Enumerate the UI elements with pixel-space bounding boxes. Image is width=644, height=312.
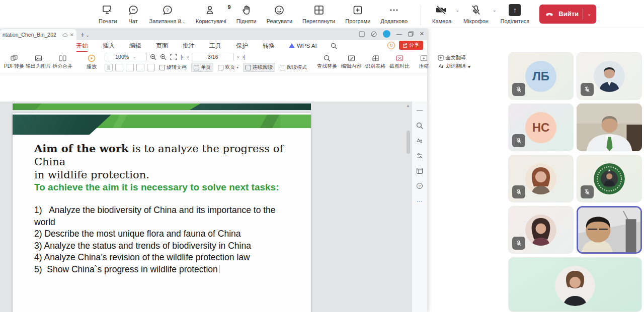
more-icon[interactable]: ··· [417,197,423,204]
ribbon-label: 编辑内容 [341,63,361,70]
edit-content-icon [348,55,355,62]
camera-toggle-button[interactable]: Камера [432,4,451,24]
account-avatar[interactable] [383,30,390,38]
participants-button[interactable]: 9 Користувачі [196,4,226,24]
participant-tile[interactable] [577,155,642,202]
menu-insert[interactable]: 插入 [102,41,115,51]
leave-button[interactable]: Вийти ⌄ [539,5,596,24]
menu-tools[interactable]: 工具 [209,41,222,51]
toolbar-label: Підняти [236,18,257,24]
next-page-button[interactable]: › [236,54,239,60]
layout-icon[interactable] [359,31,365,37]
play-button[interactable]: 播放 [80,52,103,72]
mic-muted-badge [512,185,525,198]
leave-options-chevron[interactable]: ⌄ [587,11,591,17]
react-button[interactable]: Реагувати [267,4,292,24]
minimize-button[interactable]: — [396,31,402,37]
fit-window-icon[interactable] [105,64,113,71]
restore-button[interactable] [408,31,414,37]
rotate-left-icon[interactable] [136,64,144,71]
participant-tile-video[interactable] [577,103,642,151]
prev-page-button[interactable]: ‹ [187,54,189,60]
rotate-doc-button[interactable]: 旋转文档 [157,63,189,71]
wps-ai-button[interactable]: WPS AI [289,43,317,49]
participant-tile-wide[interactable] [508,257,642,312]
settings-sliders-icon[interactable] [416,152,423,159]
page-indicator-value: 3/16 [208,54,218,60]
participant-tile[interactable] [577,52,642,100]
word-translate-button[interactable]: 划词翻译 ▾ [438,63,470,70]
menu-edit[interactable]: 编辑 [129,41,142,51]
users-icon [205,4,217,17]
document-scrollbar[interactable] [407,131,410,154]
search-icon[interactable] [416,122,423,129]
collapse-panel-icon[interactable]: — [417,107,423,114]
ribbon-label: 识别表格 [365,63,385,70]
fit-width-icon[interactable] [115,64,123,71]
participant-tile[interactable]: ЛБ [508,52,574,100]
rotate-right-icon[interactable] [147,64,155,71]
menu-protect[interactable]: 保护 [235,41,249,51]
continuous-read-toggle[interactable]: 连续阅读 [243,63,275,72]
single-page-toggle[interactable]: 单页 [191,63,213,72]
screenshot-compare-button[interactable]: 截图对比 [388,52,411,72]
two-page-toggle[interactable]: 双页▾ [216,63,240,71]
zoom-select[interactable]: 100%⌄ [105,53,147,61]
task-item: 2) Describe the most unique flora and fa… [34,228,297,240]
mic-toggle-button[interactable]: Мікрофон [463,4,489,24]
split-merge-button[interactable]: 拆分合并 [51,52,73,72]
menu-convert[interactable]: 转换 [262,41,275,51]
zoom-out-icon[interactable] [149,54,157,60]
apps-button[interactable]: Програми [345,4,370,24]
last-page-button[interactable]: ›| [242,54,246,60]
full-translate-button[interactable]: 全文翻译 [438,54,470,61]
translate-icon[interactable] [416,137,423,144]
zoom-value: 100% [115,54,129,60]
find-replace-button[interactable]: 查找替换 [316,52,338,72]
view-button[interactable]: Переглянути [302,4,335,24]
recognize-table-button[interactable]: 识别表格 [364,52,386,72]
read-mode-button[interactable]: 阅读模式 [278,63,309,71]
ribbon-label: 查找替换 [317,63,337,70]
share-button[interactable]: ↑ Поділитися [500,4,529,24]
avatar [525,163,556,194]
participant-tile[interactable]: НС [508,103,574,151]
start-share-button[interactable]: Почати [99,4,117,24]
participant-tile[interactable] [508,206,574,254]
camera-options-chevron[interactable]: ⌄ [455,8,459,13]
thumbnail-panel-icon[interactable] [416,167,423,174]
participant-tile[interactable] [508,155,574,202]
zoom-in-icon[interactable] [159,54,167,60]
close-button[interactable]: ✕ [420,31,424,37]
new-tab-button[interactable]: + [80,31,85,39]
export-image-button[interactable]: 输出为图片 [27,52,49,72]
edit-content-button[interactable]: 编辑内容 [340,52,362,72]
wps-share-button[interactable]: 分享 [399,41,423,50]
raise-hand-button[interactable]: Підняти [236,4,257,24]
search-icon[interactable] [331,43,337,49]
menu-comment[interactable]: 批注 [182,41,195,51]
share-screen-icon [102,4,114,17]
document-tab[interactable]: ntation_Chen_Bin_202 ✕ [0,29,76,40]
pdf-convert-button[interactable]: PDF转换 [3,52,25,72]
document-area[interactable]: Aim of the work is to analyze the progre… [0,101,412,312]
tab-close-icon[interactable]: ✕ [70,32,74,38]
menu-page[interactable]: 页面 [155,41,169,51]
tab-list-chevron[interactable]: ⌄ [86,33,90,38]
ribbon-label: 播放 [87,63,97,70]
help-icon[interactable]: ? [416,182,423,189]
page-indicator[interactable]: 3/16 [192,53,234,61]
compress-button[interactable]: 压缩 [413,52,435,72]
theme-icon[interactable] [371,31,377,37]
more-button[interactable]: Додатково [380,4,408,24]
mic-options-chevron[interactable]: ⌄ [493,8,497,13]
menu-home[interactable]: 开始 [75,41,89,51]
active-speaker-tile[interactable] [577,206,642,254]
first-page-button[interactable]: |‹ [180,54,184,60]
scroll-up-arrow[interactable]: ▲ [406,103,410,108]
upgrade-icon[interactable]: ↻ [387,42,395,49]
chat-button[interactable]: Чат [127,4,139,24]
fit-page-icon[interactable] [170,54,178,60]
qa-button[interactable]: ? Запитання й... [149,4,186,24]
actual-size-icon[interactable] [126,64,134,71]
